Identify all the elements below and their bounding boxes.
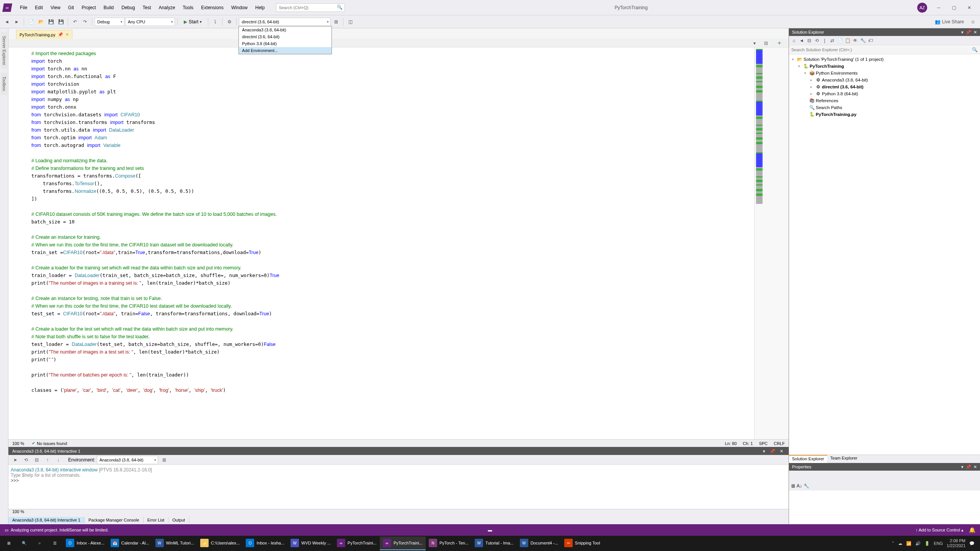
start-menu[interactable]: ⊞	[2, 536, 16, 550]
props-dropdown-icon[interactable]: ▾	[961, 465, 964, 469]
undo-button[interactable]: ↶	[70, 17, 80, 26]
env-option[interactable]: Python 3.8 (64-bit)	[239, 40, 332, 47]
minimize-button[interactable]: ─	[931, 2, 946, 13]
props-close-icon[interactable]: ✕	[973, 465, 977, 469]
python-env-dropdown[interactable]: directml (3.6, 64-bit)	[239, 18, 331, 26]
step-button[interactable]: ⤵	[211, 17, 220, 26]
se-back-icon[interactable]: ◄	[798, 37, 805, 44]
menu-file[interactable]: File	[16, 3, 31, 12]
tray-language[interactable]: ENG	[934, 541, 943, 546]
settings-icon[interactable]: ⚙	[225, 17, 234, 26]
se-flag-icon[interactable]: 🏷	[867, 37, 874, 44]
new-button[interactable]: 📄	[26, 17, 36, 26]
tab-team-explorer[interactable]: Team Explorer	[827, 455, 861, 463]
source-control-button[interactable]: ↑ Add to Source Control ▴	[916, 528, 964, 533]
int-up-icon[interactable]: ↑	[43, 455, 52, 465]
maximize-button[interactable]: ▢	[946, 2, 962, 13]
env-option[interactable]: directml (3.6, 64-bit)	[239, 33, 332, 40]
se-home-icon[interactable]: ⌂	[791, 37, 797, 44]
open-button[interactable]: 📂	[36, 17, 46, 26]
taskbar-cortana[interactable]: ○	[32, 536, 47, 550]
int-reset-icon[interactable]: ⟲	[21, 455, 31, 465]
tray-wifi-icon[interactable]: 📶	[906, 541, 911, 546]
file-tab-pytorchtraining[interactable]: PyTorchTraining.py 📌 ✕	[16, 30, 72, 39]
se-sync-icon[interactable]: ⇄	[829, 37, 836, 44]
platform-dropdown[interactable]: Any CPU	[125, 18, 175, 26]
se-search-input[interactable]	[791, 47, 972, 52]
split-button[interactable]: ⊟	[762, 41, 770, 46]
quick-search-input[interactable]	[276, 3, 345, 12]
references-node[interactable]: 📚 References	[789, 97, 980, 104]
taskbar-app[interactable]: OInbox - Iesha...	[243, 536, 287, 550]
nav-dropdown-icon[interactable]: ▾	[751, 41, 758, 46]
se-properties-icon[interactable]: 📋	[844, 37, 851, 44]
pin-icon[interactable]: 📌	[58, 32, 63, 37]
taskbar-app[interactable]: ∞PyTorchTraini...	[334, 536, 380, 550]
start-button[interactable]: ▶ Start ▾	[180, 18, 206, 26]
interactive-zoom[interactable]: 100 %	[12, 509, 24, 514]
code-minimap[interactable]: ████████████████████████████████████████…	[754, 47, 789, 439]
file-node[interactable]: 🐍 PyTorchTraining.py	[789, 111, 980, 118]
feedback-icon[interactable]: ☺	[969, 17, 978, 26]
bottom-tab[interactable]: Error List	[144, 517, 169, 523]
taskbar-taskview[interactable]: ☰	[47, 536, 62, 550]
grid-icon[interactable]: ⊞	[332, 17, 341, 26]
int-clear-icon[interactable]: ⊟	[32, 455, 41, 465]
menu-test[interactable]: Test	[139, 3, 155, 12]
tab-close-icon[interactable]: ✕	[65, 32, 69, 37]
panel-pin-icon[interactable]: 📌	[768, 449, 777, 454]
props-cat-icon[interactable]: ⊞	[791, 483, 795, 489]
menu-project[interactable]: Project	[78, 3, 100, 12]
se-wrench-icon[interactable]: 🔧	[859, 37, 866, 44]
save-all-button[interactable]: 💾	[56, 17, 65, 26]
menu-window[interactable]: Window	[227, 3, 252, 12]
int-module-icon[interactable]: ⊞	[160, 455, 169, 465]
env-directml[interactable]: ▸⚙ directml (3.6, 64-bit)	[789, 83, 980, 90]
close-button[interactable]: ✕	[962, 2, 977, 13]
tray-notifications-icon[interactable]: 💬	[969, 541, 975, 546]
props-az-icon[interactable]: A↓	[797, 483, 802, 489]
bottom-tab[interactable]: Anaconda3 (3.8, 64-bit) Interactive 1	[8, 517, 85, 523]
toolbox-tab[interactable]: Toolbox	[1, 73, 7, 95]
config-dropdown[interactable]: Debug	[95, 18, 124, 26]
menu-build[interactable]: Build	[100, 3, 118, 12]
nav-fwd-button[interactable]: ►	[12, 17, 21, 26]
env-anaconda[interactable]: ▸⚙ Anaconda3 (3.8, 64-bit)	[789, 77, 980, 83]
props-pin-icon[interactable]: 📌	[966, 465, 971, 469]
int-send-icon[interactable]: ➤	[11, 455, 20, 465]
menu-edit[interactable]: Edit	[31, 3, 47, 12]
nav-back-button[interactable]: ◄	[2, 17, 11, 26]
save-button[interactable]: 💾	[46, 17, 56, 26]
se-pin-icon[interactable]: 📌	[966, 30, 971, 35]
searchpaths-node[interactable]: 🔍 Search Paths	[789, 104, 980, 111]
menu-view[interactable]: View	[47, 3, 64, 12]
tray-onedrive-icon[interactable]: ☁	[898, 541, 902, 546]
interactive-body[interactable]: Anaconda3 (3.8, 64-bit) interactive wind…	[8, 465, 789, 509]
layout-icon[interactable]: ◫	[346, 17, 355, 26]
env-option[interactable]: Anaconda3 (3.8, 64-bit)	[239, 26, 332, 33]
interactive-env-dropdown[interactable]: Anaconda3 (3.8, 64-bit)	[97, 456, 158, 464]
bottom-tab[interactable]: Package Manager Console	[85, 517, 144, 523]
props-wrench-icon[interactable]: 🔧	[804, 483, 809, 489]
envs-node[interactable]: ▾📦 Python Environments	[789, 70, 980, 77]
taskbar-app[interactable]: WWVD Weekly ...	[287, 536, 334, 550]
server-explorer-tab[interactable]: Server Explorer	[1, 32, 7, 69]
int-down-icon[interactable]: ↓	[54, 455, 63, 465]
se-dropdown-icon[interactable]: ▾	[961, 30, 964, 35]
add-button[interactable]: ＋	[774, 39, 785, 47]
panel-dropdown-icon[interactable]: ▾	[761, 449, 767, 454]
taskbar-app[interactable]: WWinML Tutori...	[152, 536, 198, 550]
code-editor[interactable]: # Import the needed packages import torc…	[8, 47, 754, 439]
menu-analyze[interactable]: Analyze	[155, 3, 179, 12]
solution-node[interactable]: ▾📂 Solution 'PyTorchTraining' (1 of 1 pr…	[789, 56, 980, 63]
taskbar-app[interactable]: 📅Calendar - Al...	[108, 536, 152, 550]
zoom-level[interactable]: 100 %	[12, 441, 24, 446]
taskbar-clock[interactable]: 2:08 PM 1/22/2021	[947, 538, 965, 548]
tray-volume-icon[interactable]: 🔊	[915, 541, 921, 546]
taskbar-app[interactable]: WDocument4 -...	[517, 536, 561, 550]
se-collapse-icon[interactable]: ⊟	[806, 37, 813, 44]
taskbar-app[interactable]: WTutorial - Ima...	[472, 536, 517, 550]
taskbar-app[interactable]: ∞PyTorchTraini...	[380, 536, 426, 550]
se-showall-icon[interactable]: 📄	[836, 37, 843, 44]
taskbar-app[interactable]: OInbox - Alexe...	[63, 536, 108, 550]
